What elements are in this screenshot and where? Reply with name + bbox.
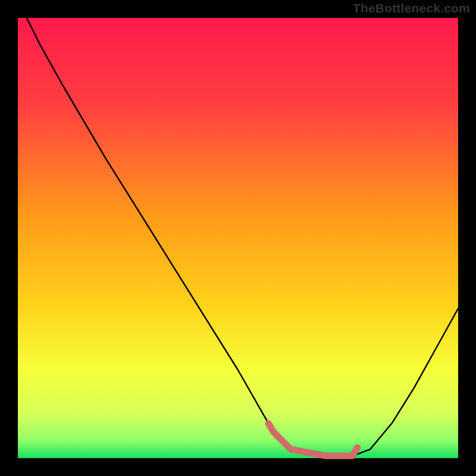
chart-stage: TheBottleneck.com (0, 0, 476, 476)
bottleneck-chart (0, 0, 476, 476)
plot-background (18, 18, 458, 458)
watermark-text: TheBottleneck.com (353, 1, 470, 15)
